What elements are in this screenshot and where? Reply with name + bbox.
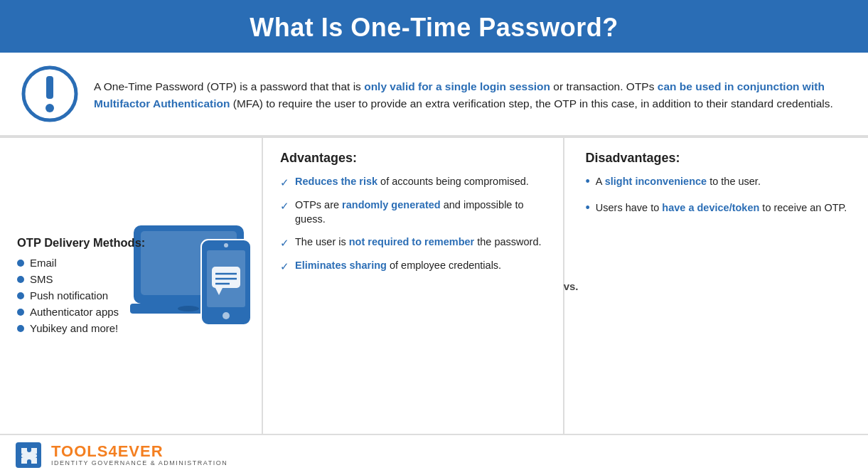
exclamation-icon <box>21 65 78 125</box>
list-item: Authenticator apps <box>17 306 247 318</box>
list-item: • Users have to have a device/token to r… <box>586 201 854 217</box>
bullet-icon: • <box>586 199 590 217</box>
disadvantages-list: • A slight inconvenience to the user. • … <box>586 174 854 217</box>
bullet-icon: • <box>586 173 590 191</box>
disadv-highlight-2: have a device/token <box>662 202 759 213</box>
footer-name: TOOLS4EVER <box>51 444 227 459</box>
otp-delivery-list: Email SMS Push notification Authenticato… <box>17 257 247 334</box>
list-item: ✓ The user is not required to remember t… <box>280 235 549 250</box>
list-item: Yubikey and more! <box>17 322 247 334</box>
intro-text: A One-Time Password (OTP) is a password … <box>94 78 847 112</box>
svg-point-2 <box>45 104 54 112</box>
list-item: • A slight inconvenience to the user. <box>586 174 854 191</box>
list-item: Push notification <box>17 289 247 301</box>
footer: TOOLS4EVER Identity Governance & Adminis… <box>0 434 868 475</box>
otp-delivery-title: OTP Delivery Methods: <box>17 236 247 250</box>
check-icon: ✓ <box>280 235 289 250</box>
vs-label: vs. <box>564 280 579 292</box>
adv-highlight-3: not required to remember <box>349 236 474 247</box>
disadv-highlight-1: slight inconvenience <box>605 176 707 187</box>
list-item: ✓ Eliminates sharing of employee credent… <box>280 258 549 274</box>
right-panel: Disadvantages: • A slight inconvenience … <box>564 138 869 434</box>
list-item: ✓ Reduces the risk of accounts being com… <box>280 174 549 190</box>
left-panel: OTP Delivery Methods: Email SMS Push not… <box>0 138 263 434</box>
header: What Is One-Time Password? <box>0 0 868 53</box>
list-item: ✓ OTPs are randomly generated and imposs… <box>280 198 549 227</box>
footer-brand: TOOLS4EVER Identity Governance & Adminis… <box>51 444 227 466</box>
list-item: SMS <box>17 273 247 285</box>
check-icon: ✓ <box>280 259 289 274</box>
adv-highlight-4: Eliminates sharing <box>295 260 387 271</box>
list-item: Email <box>17 257 247 269</box>
page-title: What Is One-Time Password? <box>14 13 854 43</box>
advantages-title: Advantages: <box>280 151 549 166</box>
svg-rect-1 <box>46 76 53 99</box>
footer-logo <box>14 441 43 469</box>
adv-highlight-2: randomly generated <box>342 199 441 210</box>
advantages-list: ✓ Reduces the risk of accounts being com… <box>280 174 549 274</box>
footer-tagline: Identity Governance & Administration <box>51 459 227 466</box>
check-icon: ✓ <box>280 175 289 190</box>
intro-section: A One-Time Password (OTP) is a password … <box>0 53 868 137</box>
check-icon: ✓ <box>280 198 289 227</box>
adv-highlight-1: Reduces the risk <box>295 176 377 187</box>
bottom-section: OTP Delivery Methods: Email SMS Push not… <box>0 137 868 434</box>
disadvantages-title: Disadvantages: <box>586 151 854 166</box>
middle-panel: Advantages: ✓ Reduces the risk of accoun… <box>263 138 564 434</box>
intro-highlight-1: only valid for a single login session <box>364 80 550 92</box>
